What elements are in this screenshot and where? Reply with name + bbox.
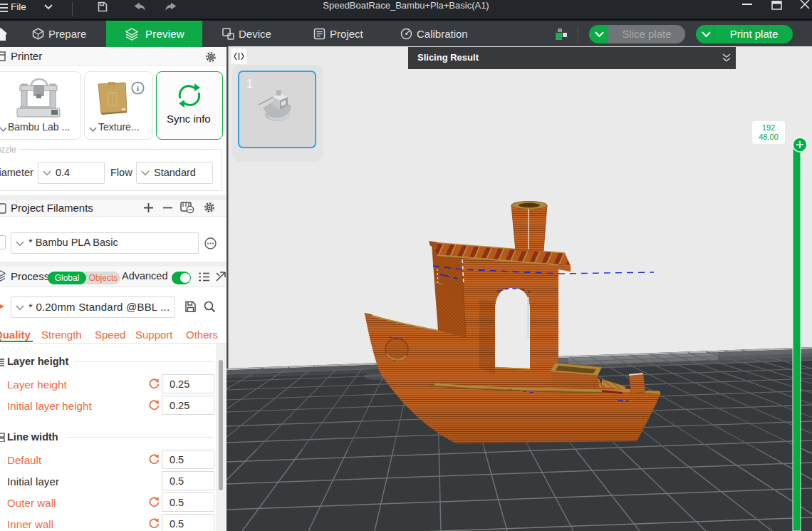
svg-text:i: i: [137, 84, 139, 93]
svg-text:48.00: 48.00: [759, 133, 779, 141]
svg-text:192: 192: [762, 123, 775, 132]
